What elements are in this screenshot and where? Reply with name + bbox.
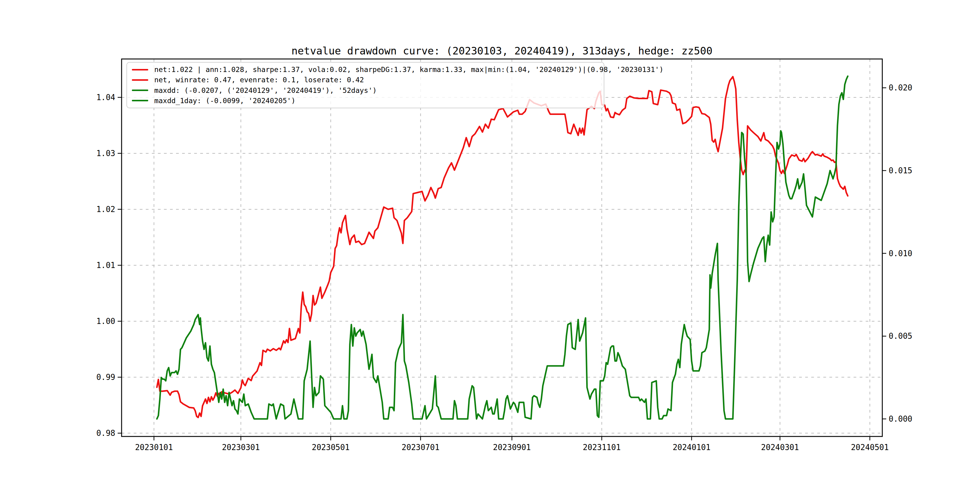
y-left-tick-label-0.98: 0.98 <box>96 429 115 438</box>
legend-item-net: net:1.022 | ann:1.028, sharpe:1.37, vola… <box>132 64 601 75</box>
y-left-tick-label-1.04: 1.04 <box>96 93 115 102</box>
legend-swatch-net <box>132 69 148 70</box>
x-tick-label-20230101: 20230101 <box>135 443 173 452</box>
x-tick-label-20230701: 20230701 <box>402 443 439 452</box>
legend-item-net-rates: net, winrate: 0.47, evenrate: 0.1, loser… <box>132 75 601 85</box>
x-tick-label-20230901: 20230901 <box>493 443 531 452</box>
legend-item-maxdd-1day: maxdd_1day: (-0.0099, '20240205') <box>132 95 601 106</box>
x-tick-label-20230301: 20230301 <box>222 443 260 452</box>
series-lines <box>157 76 848 419</box>
y-left-tick-label-1.01: 1.01 <box>96 261 115 270</box>
x-tick-label-20240301: 20240301 <box>761 443 799 452</box>
legend-label-net: net:1.022 | ann:1.028, sharpe:1.37, vola… <box>154 65 663 74</box>
legend-label-maxdd: maxdd: (-0.0207, ('20240129', '20240419'… <box>154 86 377 95</box>
y-right-tick-label-0.020: 0.020 <box>889 83 912 92</box>
gridlines <box>122 59 882 436</box>
y-left-tick-label-0.99: 0.99 <box>96 373 115 382</box>
y-right-tick-label-0.000: 0.000 <box>889 414 912 423</box>
legend-label-net-rates: net, winrate: 0.47, evenrate: 0.1, loser… <box>154 76 364 84</box>
chart-title: netvalue drawdown curve: (20230103, 2024… <box>122 45 882 57</box>
y-left-tick-label-1.03: 1.03 <box>96 149 115 158</box>
y-left-tick-label-1.00: 1.00 <box>96 317 115 326</box>
x-tick-label-20231101: 20231101 <box>583 443 620 452</box>
x-tick-label-20230501: 20230501 <box>312 443 350 452</box>
y-right-tick-label-0.005: 0.005 <box>889 331 912 340</box>
legend: net:1.022 | ann:1.028, sharpe:1.37, vola… <box>126 62 605 108</box>
y-right-tick-label-0.010: 0.010 <box>889 249 912 258</box>
legend-swatch-maxdd <box>132 89 148 91</box>
legend-swatch-maxdd-1day <box>132 100 148 101</box>
x-tick-label-20240101: 20240101 <box>673 443 711 452</box>
y-left-tick-label-1.02: 1.02 <box>96 205 115 214</box>
legend-label-maxdd-1day: maxdd_1day: (-0.0099, '20240205') <box>154 97 296 105</box>
plot-border <box>122 59 882 436</box>
figure: 2023010120230301202305012023070120230901… <box>0 0 980 490</box>
legend-item-maxdd: maxdd: (-0.0207, ('20240129', '20240419'… <box>132 85 601 95</box>
y-right-tick-label-0.015: 0.015 <box>889 166 912 175</box>
net-line <box>157 77 848 418</box>
legend-swatch-net-rates <box>132 79 148 81</box>
x-tick-label-20240501: 20240501 <box>851 443 889 452</box>
maxdd-line <box>157 76 848 419</box>
